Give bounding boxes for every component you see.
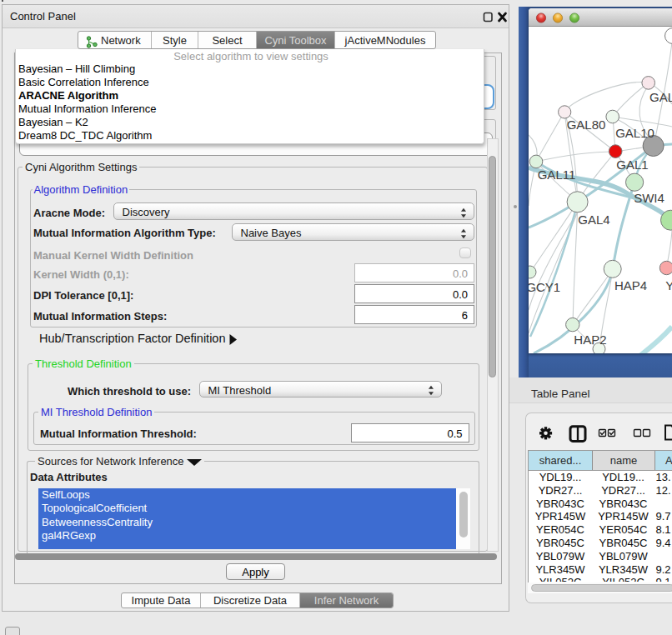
svg-text:GAL10: GAL10 (615, 125, 654, 139)
svg-text:GAL1: GAL1 (616, 158, 648, 172)
svg-text:GAL4: GAL4 (578, 212, 609, 226)
svg-text:GAL80: GAL80 (567, 118, 606, 132)
svg-text:Y: Y (665, 278, 672, 292)
svg-text:HAP4: HAP4 (614, 278, 647, 292)
svg-text:GAL7: GAL7 (649, 89, 672, 103)
svg-text:SWI4: SWI4 (634, 191, 664, 205)
svg-text:GAL11: GAL11 (538, 167, 576, 181)
svg-text:HAP2: HAP2 (574, 332, 606, 346)
svg-text:GCY1: GCY1 (529, 279, 560, 293)
